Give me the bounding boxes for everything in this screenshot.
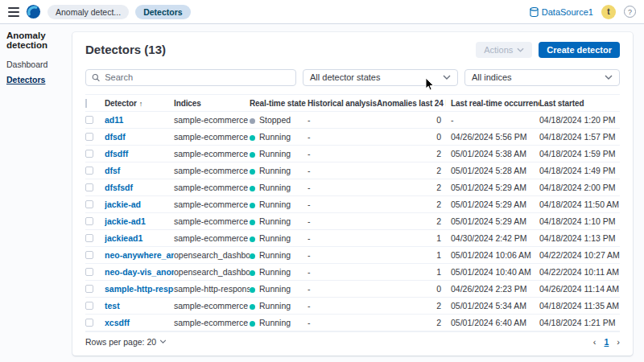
- detector-link[interactable]: xcsdff: [105, 318, 174, 327]
- chevron-down-icon: [605, 75, 613, 80]
- anomalies-cell: 0: [377, 132, 446, 142]
- last-occurrence-cell: 05/01/2024 5:29 AM: [446, 200, 539, 209]
- last-started-cell: 04/18/2024 11:50 AM: [539, 200, 620, 209]
- column-header-last-occurrence[interactable]: Last real-time occurrence: [446, 99, 539, 108]
- historical-analysis-cell: -: [308, 318, 377, 327]
- next-page-icon[interactable]: ›: [617, 337, 620, 347]
- last-occurrence-cell: 05/01/2024 5:29 AM: [446, 183, 539, 192]
- table-row: dfsfsdfsample-ecommerceRunning-205/01/20…: [85, 179, 620, 196]
- detector-link[interactable]: dfsdf: [105, 132, 174, 142]
- sidebar-item-dashboard[interactable]: Dashboard: [6, 60, 74, 69]
- detector-name-cell: dfsdf: [105, 132, 174, 142]
- last-started-cell: 04/18/2024 11:35 AM: [539, 301, 620, 311]
- column-header-anomalies[interactable]: Anomalies last 24 hours: [377, 99, 446, 108]
- table-row: sample-http-response...sample-http-respo…: [85, 281, 620, 298]
- previous-page-icon[interactable]: ‹: [593, 337, 597, 347]
- row-checkbox[interactable]: [85, 167, 93, 175]
- page-number[interactable]: 1: [604, 337, 609, 347]
- top-navigation-bar: Anomaly detect... Detectors DataSource1 …: [0, 0, 644, 24]
- search-input[interactable]: [105, 72, 290, 82]
- detector-link[interactable]: test: [105, 301, 174, 311]
- rows-per-page-button[interactable]: Rows per page: 20: [85, 337, 167, 347]
- indices-filter[interactable]: All indices: [464, 69, 620, 87]
- state-dot-icon: [250, 321, 255, 327]
- detector-link[interactable]: jackie-ad1: [105, 216, 174, 226]
- detector-link[interactable]: neo-day-vis_anomaly_...: [105, 267, 174, 277]
- actions-button[interactable]: Actions: [476, 42, 532, 58]
- row-checkbox-cell: [85, 234, 105, 242]
- state-dot-icon: [250, 270, 255, 276]
- last-started-cell: 04/26/2024 11:14 AM: [539, 284, 620, 294]
- menu-icon[interactable]: [8, 7, 19, 17]
- search-field[interactable]: [85, 69, 296, 87]
- column-header-detector[interactable]: Detector↑: [105, 99, 174, 108]
- row-checkbox[interactable]: [85, 268, 93, 276]
- row-checkbox-cell: [85, 285, 105, 293]
- row-checkbox[interactable]: [85, 319, 93, 327]
- row-checkbox-cell: [85, 268, 105, 276]
- search-icon: [92, 73, 100, 82]
- row-checkbox[interactable]: [85, 150, 93, 158]
- table-row: neo-anywhere_anomal...opensearch_dashboa…: [85, 247, 620, 264]
- indices-cell: sample-ecommerce: [174, 318, 250, 327]
- sidebar-item-detectors[interactable]: Detectors: [6, 75, 74, 84]
- realtime-state-cell: Running: [250, 132, 308, 142]
- user-avatar[interactable]: t: [601, 5, 616, 19]
- select-all-checkbox[interactable]: [85, 99, 87, 108]
- indices-filter-value: All indices: [472, 72, 512, 82]
- row-checkbox[interactable]: [85, 251, 93, 259]
- detector-link[interactable]: jackie-ad: [105, 200, 174, 209]
- state-dot-icon: [250, 304, 255, 310]
- realtime-state-cell: Running: [250, 267, 308, 277]
- row-checkbox[interactable]: [85, 285, 93, 293]
- breadcrumb-detectors[interactable]: Detectors: [135, 5, 190, 19]
- historical-analysis-cell: -: [308, 301, 377, 311]
- last-started-cell: 04/18/2024 2:00 PM: [539, 183, 620, 192]
- help-icon[interactable]: ?: [624, 6, 636, 18]
- column-header-realtime-state[interactable]: Real-time state: [250, 99, 308, 108]
- column-header-indices[interactable]: Indices: [174, 99, 250, 108]
- row-checkbox[interactable]: [85, 234, 93, 242]
- last-started-cell: 04/18/2024 1:10 PM: [539, 216, 620, 226]
- indices-cell: sample-ecommerce: [174, 200, 250, 209]
- historical-analysis-cell: -: [308, 183, 377, 192]
- detector-link[interactable]: dfsf: [105, 166, 174, 175]
- detector-link[interactable]: sample-http-response...: [105, 284, 174, 294]
- row-checkbox[interactable]: [85, 116, 93, 124]
- historical-analysis-cell: -: [308, 149, 377, 158]
- actions-button-label: Actions: [484, 45, 513, 55]
- detector-states-filter[interactable]: All detector states: [303, 69, 458, 87]
- breadcrumb-anomaly-detection[interactable]: Anomaly detect...: [47, 5, 129, 19]
- last-started-cell: 04/18/2024 1:57 PM: [539, 132, 620, 142]
- historical-analysis-cell: -: [308, 166, 377, 175]
- datasource-picker[interactable]: DataSource1: [530, 7, 593, 17]
- row-checkbox-cell: [85, 116, 105, 124]
- detector-link[interactable]: dfsdff: [105, 149, 174, 158]
- detector-link[interactable]: dfsfsdf: [105, 183, 174, 192]
- last-occurrence-cell: 05/01/2024 5:29 AM: [446, 216, 539, 226]
- detector-name-cell: neo-anywhere_anomal...: [105, 250, 174, 260]
- realtime-state-cell: Running: [250, 166, 308, 175]
- row-checkbox-cell: [85, 302, 105, 310]
- anomalies-cell: 2: [377, 149, 446, 158]
- state-dot-icon: [250, 203, 255, 208]
- state-dot-icon: [250, 253, 255, 259]
- detector-name-cell: dfsf: [105, 166, 174, 175]
- column-header-last-started[interactable]: Last started: [539, 99, 620, 108]
- table-row: testsample-ecommerceRunning-205/01/2024 …: [85, 298, 620, 315]
- row-checkbox[interactable]: [85, 302, 93, 310]
- detector-link[interactable]: ad11: [105, 115, 174, 125]
- create-detector-button[interactable]: Create detector: [539, 42, 620, 58]
- column-header-historical[interactable]: Historical analysis: [308, 99, 377, 108]
- row-checkbox[interactable]: [85, 200, 93, 208]
- detector-link[interactable]: jackiead1: [105, 233, 174, 243]
- row-checkbox[interactable]: [85, 183, 93, 191]
- indices-cell: sample-ecommerce: [174, 149, 250, 158]
- indices-cell: sample-ecommerce: [174, 183, 250, 192]
- realtime-state-cell: Stopped: [250, 115, 308, 125]
- realtime-state-cell: Running: [250, 183, 308, 192]
- detector-link[interactable]: neo-anywhere_anomal...: [105, 250, 174, 260]
- row-checkbox[interactable]: [85, 133, 93, 141]
- row-checkbox[interactable]: [85, 217, 93, 225]
- sidebar-title: Anomaly detection: [6, 31, 74, 50]
